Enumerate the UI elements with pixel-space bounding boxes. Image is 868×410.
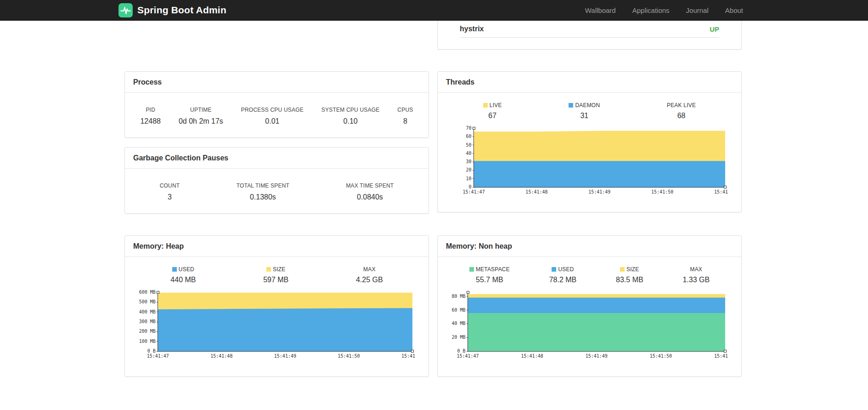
nav-link-journal[interactable]: Journal [686,6,709,14]
metric-value: 0d 0h 2m 17s [179,117,223,125]
legend-label: MAX [690,266,702,273]
svg-text:15:41:47: 15:41:47 [463,189,485,194]
brand[interactable]: Spring Boot Admin [118,3,226,17]
heap-chart-wrap: 0 B100 MB200 MB300 MB400 MB500 MB600 MB1… [125,284,428,363]
svg-text:15:41:50: 15:41:50 [651,189,673,194]
metric-value: 12488 [140,117,161,125]
svg-text:40 MB: 40 MB [451,321,465,326]
threads-chart-wrap: 01020304050607015:41:4715:41:4815:41:491… [438,120,741,199]
metric-max-time-spent: MAX TIME SPENT 0.0840s [346,182,394,201]
svg-text:0 B: 0 B [457,348,465,353]
panel-title: Process [125,72,428,93]
legend-value: 83.5 MB [616,276,643,284]
legend-value: 4.25 GB [356,276,383,284]
metric-label: PID [140,107,161,113]
svg-text:70: 70 [466,125,472,131]
legend-label: LIVE [490,102,502,108]
size-swatch-icon [620,267,625,272]
svg-text:15:41:47: 15:41:47 [147,353,169,359]
svg-text:40: 40 [466,151,472,156]
size-swatch-icon [266,267,271,272]
nav-link-wallboard[interactable]: Wallboard [585,6,616,14]
svg-text:100 MB: 100 MB [139,339,156,344]
legend-used: USED 78.2 MB [549,266,577,284]
svg-text:30: 30 [466,159,472,164]
health-item-name: hystrix [460,25,484,33]
metric-value: 0.01 [241,117,304,125]
svg-text:500 MB: 500 MB [139,299,156,304]
panel-title: Garbage Collection Pauses [125,148,428,169]
spring-boot-admin-logo-icon [118,3,133,17]
metaspace-swatch-icon [469,267,474,272]
svg-text:200 MB: 200 MB [139,329,156,334]
svg-text:15:41:50: 15:41:50 [650,353,672,359]
svg-text:15:41:48: 15:41:48 [525,189,547,194]
metric-label: CPUS [397,107,413,113]
legend-value: 1.33 GB [682,276,710,284]
legend-value: 67 [483,112,502,120]
svg-text:60: 60 [466,134,472,139]
legend-max: MAX 4.25 GB [356,266,383,284]
metric-value: 0.10 [321,117,380,125]
used-swatch-icon [552,267,556,272]
process-panel: Process PID 12488 UPTIME 0d 0h 2m 17s PR… [124,71,429,138]
metric-value: 8 [397,117,413,125]
svg-text:15:41:51: 15:41:51 [401,353,416,359]
legend-label: PEAK LIVE [667,102,696,108]
heap-legend: USED 440 MB SIZE 597 MB MAX 4.25 GB [125,257,428,284]
memory-nonheap-panel: Memory: Non heap METASPACE 55.7 MB USED … [437,235,742,377]
svg-text:300 MB: 300 MB [139,319,156,324]
legend-used: USED 440 MB [170,266,196,284]
legend-peak-live: PEAK LIVE 68 [667,102,696,120]
svg-text:50: 50 [466,142,472,148]
metric-label: COUNT [160,182,180,189]
metric-process-cpu-usage: PROCESS CPU USAGE 0.01 [241,107,304,125]
nav-links: Wallboard Applications Journal About [585,6,743,14]
metric-pid: PID 12488 [140,107,161,125]
metric-value: 0.1380s [237,193,289,201]
svg-text:15:41:50: 15:41:50 [338,353,360,359]
metric-label: PROCESS CPU USAGE [241,107,304,113]
metric-count: COUNT 3 [160,182,180,201]
health-row-hystrix[interactable]: hystrix UP [460,21,719,38]
legend-daemon: DAEMON 31 [569,102,600,120]
top-navbar: Spring Boot Admin Wallboard Applications… [0,0,868,21]
legend-value: 55.7 MB [469,276,510,284]
gc-metrics: COUNT 3 TOTAL TIME SPENT 0.1380s MAX TIM… [125,169,428,201]
metric-system-cpu-usage: SYSTEM CPU USAGE 0.10 [321,107,380,125]
svg-text:15:41:48: 15:41:48 [521,353,543,359]
legend-live: LIVE 67 [483,102,502,120]
health-panel: hystrix UP [437,21,742,50]
legend-metaspace: METASPACE 55.7 MB [469,266,510,284]
memory-heap-chart: 0 B100 MB200 MB300 MB400 MB500 MB600 MB1… [135,289,416,361]
svg-text:15:41:51: 15:41:51 [714,189,729,194]
memory-nonheap-chart: 0 B20 MB40 MB60 MB80 MB15:41:4715:41:481… [448,289,729,361]
legend-size: SIZE 597 MB [263,266,288,284]
nonheap-chart-wrap: 0 B20 MB40 MB60 MB80 MB15:41:4715:41:481… [438,284,741,363]
svg-text:15:41:47: 15:41:47 [457,353,479,359]
svg-text:15:41:48: 15:41:48 [210,353,232,359]
svg-text:20 MB: 20 MB [451,335,465,340]
svg-text:15:41:49: 15:41:49 [274,353,296,359]
legend-value: 31 [569,112,600,120]
legend-value: 440 MB [170,276,196,284]
used-swatch-icon [172,267,177,272]
process-metrics: PID 12488 UPTIME 0d 0h 2m 17s PROCESS CP… [125,93,428,125]
legend-label: USED [558,266,574,273]
nav-link-about[interactable]: About [725,6,743,14]
nav-link-applications[interactable]: Applications [632,6,670,14]
legend-label: USED [179,266,194,273]
svg-text:60 MB: 60 MB [451,308,465,313]
nonheap-legend: METASPACE 55.7 MB USED 78.2 MB SIZE 83.5… [438,257,741,284]
brand-title: Spring Boot Admin [137,5,226,16]
metric-uptime: UPTIME 0d 0h 2m 17s [179,107,223,125]
metric-label: UPTIME [179,107,223,113]
svg-text:0 B: 0 B [147,348,156,353]
svg-text:20: 20 [466,167,472,172]
legend-label: MAX [363,266,376,273]
legend-size: SIZE 83.5 MB [616,266,643,284]
legend-value: 78.2 MB [549,276,577,284]
svg-text:80 MB: 80 MB [451,294,465,299]
metric-total-time-spent: TOTAL TIME SPENT 0.1380s [237,182,289,201]
svg-text:15:41:49: 15:41:49 [588,189,610,194]
